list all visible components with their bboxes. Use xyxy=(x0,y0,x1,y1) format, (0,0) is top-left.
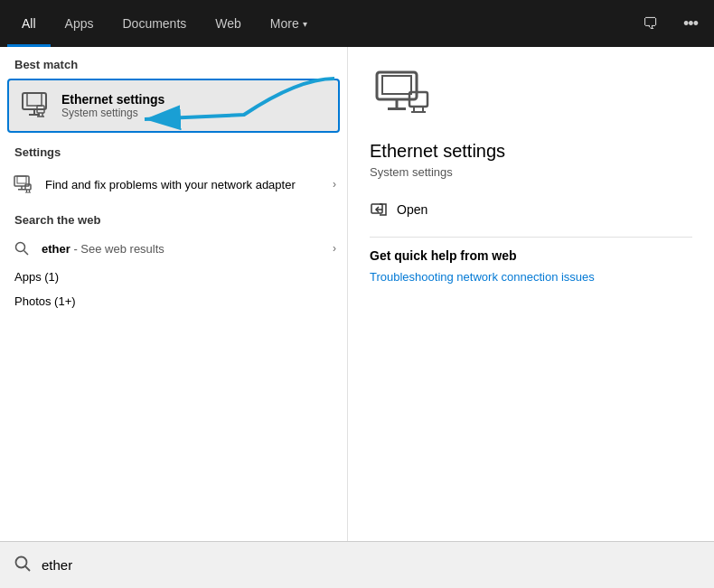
main-content: Best match xyxy=(0,47,714,541)
tab-all[interactable]: All xyxy=(7,0,51,47)
category-apps[interactable]: Apps (1) xyxy=(0,265,347,289)
search-query: ether xyxy=(42,242,70,256)
settings-label: Settings xyxy=(0,136,347,164)
chevron-right-search-icon: › xyxy=(333,242,336,255)
svg-line-18 xyxy=(24,251,29,256)
nav-bar: All Apps Documents Web More ▾ 🗨 ••• xyxy=(0,0,714,47)
quick-help-link[interactable]: Troubleshooting network connection issue… xyxy=(370,270,595,284)
svg-rect-13 xyxy=(25,184,31,190)
tab-more-label: More xyxy=(270,16,299,31)
divider xyxy=(370,237,692,238)
svg-rect-1 xyxy=(27,93,42,106)
tab-web[interactable]: Web xyxy=(201,0,256,47)
open-icon xyxy=(370,201,388,219)
more-options-button[interactable]: ••• xyxy=(674,7,707,40)
chevron-right-icon: › xyxy=(333,178,336,191)
search-web-item[interactable]: ether - See web results › xyxy=(0,232,347,265)
best-match-title: Ethernet settings xyxy=(61,92,164,107)
tab-apps[interactable]: Apps xyxy=(51,0,108,47)
detail-subtitle: System settings xyxy=(370,165,453,179)
svg-rect-10 xyxy=(17,176,26,183)
settings-item-text: Find and fix problems with your network … xyxy=(45,178,333,191)
best-match-label: Best match xyxy=(0,47,347,79)
network-troubleshoot-icon xyxy=(11,172,36,197)
open-action[interactable]: Open xyxy=(370,201,427,219)
category-photos[interactable]: Photos (1+) xyxy=(0,289,347,313)
svg-point-29 xyxy=(16,556,27,567)
search-web-text: ether - See web results xyxy=(42,242,333,256)
search-bar xyxy=(0,541,714,588)
settings-item-network[interactable]: Find and fix problems with your network … xyxy=(0,164,347,204)
best-match-item[interactable]: Ethernet settings System settings xyxy=(7,79,340,133)
quick-help-title: Get quick help from web xyxy=(370,248,517,263)
tab-all-label: All xyxy=(22,16,36,31)
tab-more[interactable]: More ▾ xyxy=(256,0,322,47)
left-panel: Best match xyxy=(0,47,348,541)
feedback-icon: 🗨 xyxy=(643,14,659,33)
svg-rect-20 xyxy=(382,76,411,94)
svg-rect-12 xyxy=(18,189,25,191)
search-web-icon xyxy=(11,238,33,259)
svg-rect-0 xyxy=(23,93,46,109)
see-web-text: - See web results xyxy=(73,242,164,256)
right-panel: Ethernet settings System settings Open G… xyxy=(348,47,714,541)
svg-rect-22 xyxy=(388,107,406,110)
svg-line-30 xyxy=(25,566,30,571)
search-input[interactable] xyxy=(42,557,700,573)
more-options-icon: ••• xyxy=(683,14,698,33)
tab-web-label: Web xyxy=(215,16,241,31)
search-web-label: Search the web xyxy=(0,204,347,232)
svg-point-17 xyxy=(16,243,25,252)
search-icon xyxy=(14,555,31,575)
best-match-subtitle: System settings xyxy=(61,107,164,119)
open-label: Open xyxy=(397,202,427,217)
feedback-button[interactable]: 🗨 xyxy=(634,7,667,40)
detail-ethernet-icon xyxy=(370,65,435,130)
ethernet-settings-icon xyxy=(20,89,52,122)
detail-title: Ethernet settings xyxy=(370,141,505,162)
tab-documents-label: Documents xyxy=(122,16,186,31)
chevron-down-icon: ▾ xyxy=(303,19,307,29)
best-match-text: Ethernet settings System settings xyxy=(61,92,164,119)
tab-documents[interactable]: Documents xyxy=(108,0,201,47)
svg-rect-3 xyxy=(29,114,40,116)
tab-apps-label: Apps xyxy=(65,16,94,31)
